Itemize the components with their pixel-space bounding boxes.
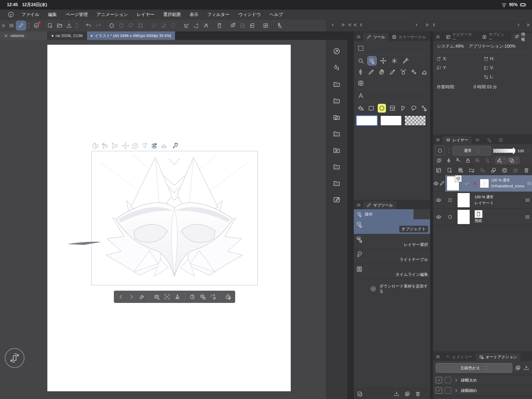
clip-studio-badge-icon[interactable] — [32, 21, 41, 30]
panel-divider-handle-2[interactable] — [432, 23, 436, 27]
layer-thumbnail[interactable] — [458, 210, 470, 224]
shape-tool-highlighted[interactable] — [378, 104, 386, 113]
thumbnail-size-button[interactable] — [435, 146, 445, 155]
tab-history[interactable]: ヒストリー — [442, 353, 476, 361]
snap-line-icon[interactable] — [149, 21, 159, 30]
auto-select-tool[interactable] — [390, 56, 399, 65]
snap-guide-button[interactable] — [201, 21, 211, 30]
expand-mid-right-icon[interactable] — [425, 23, 429, 27]
draw-target-pen-icon[interactable] — [439, 175, 445, 192]
import-subtool-icon[interactable] — [394, 391, 400, 397]
menu-layer[interactable]: レイヤー — [137, 12, 155, 18]
doc-tab-illustration-active[interactable]: イラスト* (A5 3496 x 4961px 600dpi 35.5%) — [87, 31, 175, 40]
pen-tool[interactable] — [356, 68, 365, 76]
pan-camera-handle[interactable] — [101, 142, 108, 149]
transfer-down-icon[interactable] — [480, 167, 485, 173]
material-folder-icon[interactable] — [333, 179, 340, 187]
duplicate-subtool-icon[interactable] — [404, 391, 410, 397]
drop-to-ground-icon[interactable] — [174, 294, 181, 300]
open-file-button[interactable] — [55, 21, 64, 30]
panel-menu-icon[interactable] — [436, 355, 440, 359]
gradient-tool[interactable] — [367, 104, 375, 113]
help-button[interactable] — [228, 21, 238, 30]
reset-rotation-icon[interactable] — [189, 294, 196, 300]
rotate-canvas-button[interactable] — [5, 348, 24, 368]
new-vector-layer-icon[interactable] — [458, 167, 464, 173]
panel-expand-icon[interactable] — [1, 23, 6, 28]
lock-transparent-icon[interactable] — [475, 158, 480, 163]
panel-menu-icon[interactable] — [436, 138, 440, 142]
tab-layer[interactable]: レイヤー — [442, 136, 472, 144]
action-assign-checkbox[interactable] — [445, 387, 451, 394]
layer-menu-icon[interactable] — [525, 197, 530, 203]
material-close-folder-icon[interactable] — [333, 146, 340, 154]
sub-color-swatch[interactable] — [380, 115, 402, 126]
subtool-group-empty[interactable] — [414, 209, 430, 219]
layer-row-drratioblend[interactable]: 100 % 通常 DrRatioblend_mono — [433, 175, 532, 192]
menu-edit[interactable]: 編集 — [48, 12, 57, 18]
lock-layer-icon[interactable] — [465, 158, 471, 163]
tab-auto-action[interactable]: オートアクション — [476, 353, 521, 361]
tool-settings-wrench-icon[interactable] — [139, 294, 145, 300]
tab-color-circle[interactable]: カラーサークル — [388, 33, 429, 41]
brush-tool[interactable] — [388, 68, 397, 76]
doc-tab-ratiorine[interactable]: ratiorine — [0, 31, 47, 40]
panel-menu-icon[interactable] — [436, 35, 440, 39]
snap-magnet-handle[interactable] — [172, 142, 180, 149]
action-assign-checkbox[interactable] — [445, 377, 451, 383]
layer-color-group[interactable] — [508, 157, 519, 164]
object-tool-selected[interactable] — [368, 56, 376, 65]
menu-window[interactable]: ウィンドウ — [238, 12, 261, 18]
menu-selection[interactable]: 選択範囲 — [163, 12, 181, 18]
close-icon[interactable] — [4, 34, 8, 38]
text-tool[interactable] — [356, 91, 365, 100]
draw-target-checkbox[interactable] — [444, 209, 456, 225]
menu-animation[interactable]: アニメーション — [97, 12, 128, 18]
move-object-plane-handle[interactable] — [160, 142, 167, 149]
next-model-icon[interactable] — [128, 294, 135, 300]
clip-below-icon[interactable] — [436, 158, 442, 163]
collapse-mid-right-icon[interactable] — [414, 23, 419, 27]
rotate-object-free-handle[interactable] — [131, 142, 139, 149]
panel-menu-icon[interactable] — [356, 203, 361, 207]
material-folder-icon[interactable] — [333, 130, 340, 138]
snap-ruler-button[interactable] — [182, 21, 192, 30]
expand-far-right-icon[interactable] — [526, 23, 530, 27]
transparent-color-swatch[interactable] — [404, 115, 426, 126]
subtool-item-layer-select[interactable]: レイヤー選択 — [354, 234, 430, 249]
auto-action-row-thick[interactable]: 線幅太め — [433, 375, 532, 385]
rotate-object-y-handle[interactable] — [141, 142, 148, 149]
layer-list-icon[interactable] — [436, 167, 442, 173]
eraser-tool[interactable] — [420, 68, 429, 76]
fill-tool[interactable] — [356, 104, 365, 113]
rotate-camera-handle[interactable] — [92, 142, 99, 149]
menu-filter[interactable]: フィルター — [207, 12, 230, 18]
tab-layer-mask[interactable] — [495, 136, 507, 144]
material-balloon-folder-icon[interactable] — [333, 113, 340, 121]
main-menu-button[interactable] — [7, 21, 16, 30]
pencil-tool[interactable] — [367, 68, 375, 76]
collapse-far-right-icon[interactable] — [516, 23, 521, 27]
reference-layer-icon[interactable] — [446, 158, 452, 163]
page-back-button[interactable] — [247, 21, 257, 30]
opacity-slider[interactable] — [493, 149, 515, 153]
tool-switch-chevrons[interactable] — [26, 21, 32, 30]
layer-thumbnail[interactable] — [458, 193, 470, 207]
frame-border-tool[interactable] — [388, 104, 397, 113]
clip-studio-logo-icon[interactable] — [7, 11, 14, 18]
action-import-icon[interactable] — [523, 365, 529, 371]
balloon-tool[interactable] — [410, 104, 418, 113]
tab-info[interactable]: 情報 — [511, 33, 532, 41]
figure-tool[interactable] — [356, 79, 365, 88]
companion-mode-button[interactable] — [215, 21, 224, 30]
menu-help[interactable]: ヘルプ — [269, 12, 283, 18]
blend-mode-select[interactable]: 通常 — [453, 146, 491, 155]
material-edit-folder-icon[interactable] — [333, 196, 340, 204]
hand-tool[interactable] — [378, 68, 386, 76]
main-color-swatch[interactable] — [356, 115, 378, 126]
fullscreen-button[interactable] — [261, 21, 271, 30]
subtool-item-light-table[interactable]: ライトテーブル — [354, 249, 430, 264]
action-folder-icon[interactable] — [515, 365, 521, 371]
quick-access-icon[interactable] — [333, 47, 340, 55]
decoration-tool[interactable] — [410, 68, 418, 76]
